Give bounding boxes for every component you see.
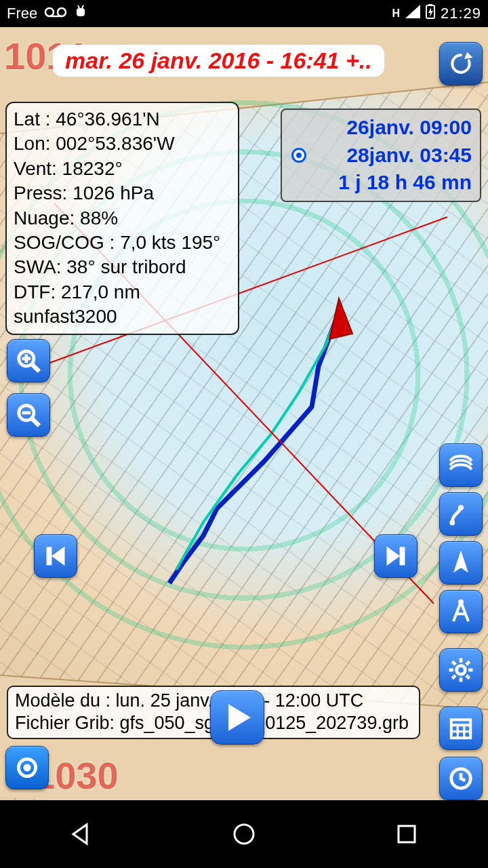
time-duration: 1 j 18 h 46 mn xyxy=(316,169,472,197)
svg-marker-30 xyxy=(455,552,468,572)
svg-line-4 xyxy=(78,5,79,8)
nav-recent-button[interactable] xyxy=(366,814,447,854)
info-press: Press: 1026 hPa xyxy=(14,181,231,205)
svg-marker-12 xyxy=(329,298,352,339)
routing-time-panel[interactable]: 26janv. 09:00 28janv. 03:45 1 j 18 h 46 … xyxy=(281,108,481,202)
svg-marker-25 xyxy=(229,705,249,730)
info-dtf: DTF: 217,0 nm xyxy=(14,280,231,304)
svg-line-38 xyxy=(466,675,470,679)
svg-marker-47 xyxy=(73,825,87,844)
voicemail-icon xyxy=(44,5,67,22)
zoom-out-button[interactable] xyxy=(7,393,50,437)
android-debug-icon xyxy=(74,4,87,23)
refresh-button[interactable] xyxy=(439,42,483,85)
battery-charging-icon xyxy=(426,4,435,23)
info-lat: Lat : 46°36.961'N xyxy=(14,107,231,132)
route-tool-button[interactable] xyxy=(439,492,483,536)
svg-point-31 xyxy=(459,600,463,604)
svg-point-32 xyxy=(457,666,466,675)
nav-home-button[interactable] xyxy=(203,814,285,854)
svg-rect-49 xyxy=(399,826,415,842)
info-boat: sunfast3200 xyxy=(14,304,231,329)
svg-rect-8 xyxy=(428,4,432,6)
svg-rect-23 xyxy=(400,547,404,564)
svg-marker-9 xyxy=(428,7,433,17)
status-clock: 21:29 xyxy=(441,5,481,22)
measure-tool-button[interactable] xyxy=(439,590,483,633)
time-start: 26janv. 09:00 xyxy=(316,114,472,142)
svg-point-28 xyxy=(450,521,454,525)
layers-button[interactable] xyxy=(439,443,483,487)
nautical-chart-map[interactable]: 1011 1030 mar. 26 janv. 2016 - 16:41 +..… xyxy=(0,27,488,800)
signal-icon xyxy=(405,5,420,22)
svg-line-37 xyxy=(452,661,455,665)
svg-marker-24 xyxy=(387,547,399,564)
svg-marker-6 xyxy=(405,5,420,18)
clock-button[interactable] xyxy=(439,757,483,800)
svg-line-5 xyxy=(82,5,83,8)
settings-button[interactable] xyxy=(439,648,483,692)
svg-rect-21 xyxy=(47,547,51,564)
svg-line-15 xyxy=(32,364,39,372)
info-sogcog: SOG/COG : 7,0 kts 195° xyxy=(14,231,231,255)
info-wind: Vent: 18232° xyxy=(14,157,231,181)
svg-point-29 xyxy=(459,505,463,509)
status-bar: Free H 21:29 xyxy=(0,0,488,27)
svg-line-19 xyxy=(32,418,39,426)
svg-point-1 xyxy=(58,8,66,16)
center-position-button[interactable] xyxy=(5,746,49,789)
zoom-in-button[interactable] xyxy=(7,339,50,382)
time-end: 28janv. 03:45 xyxy=(316,142,472,170)
svg-line-39 xyxy=(452,675,455,679)
info-lon: Lon: 002°53.836'W xyxy=(14,132,231,156)
network-type-label: H xyxy=(392,7,400,20)
android-navbar xyxy=(0,800,488,868)
info-cloud: Nuage: 88% xyxy=(14,206,231,231)
svg-marker-13 xyxy=(465,53,472,58)
svg-point-48 xyxy=(235,825,253,844)
forecast-date-banner: mar. 26 janv. 2016 - 16:41 +.. xyxy=(53,45,384,77)
radio-selected-icon xyxy=(291,148,306,163)
svg-rect-41 xyxy=(451,719,471,738)
svg-point-27 xyxy=(24,764,30,771)
nav-back-button[interactable] xyxy=(41,814,122,854)
carrier-label: Free xyxy=(7,5,37,22)
svg-line-40 xyxy=(466,661,470,665)
next-step-button[interactable] xyxy=(374,534,418,578)
info-swa: SWA: 38° sur tribord xyxy=(14,255,231,279)
previous-step-button[interactable] xyxy=(34,534,77,578)
svg-marker-22 xyxy=(52,547,64,564)
position-info-panel: Lat : 46°36.961'N Lon: 002°53.836'W Vent… xyxy=(5,102,239,335)
calendar-button[interactable] xyxy=(439,707,483,750)
boat-tool-button[interactable] xyxy=(439,541,483,585)
svg-point-0 xyxy=(45,8,54,16)
svg-rect-3 xyxy=(77,8,85,16)
play-button[interactable] xyxy=(210,690,264,745)
